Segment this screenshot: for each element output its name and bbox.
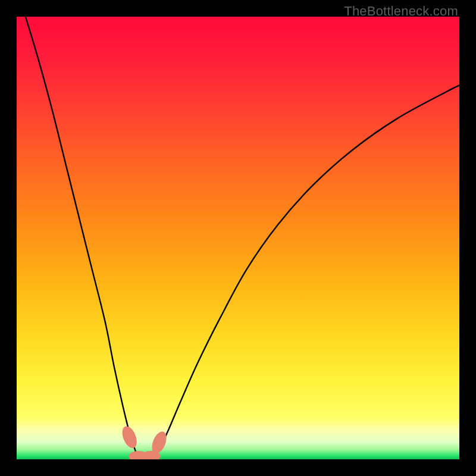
gradient-background bbox=[17, 17, 459, 459]
chart-frame bbox=[17, 17, 459, 459]
bottleneck-chart bbox=[17, 17, 459, 459]
